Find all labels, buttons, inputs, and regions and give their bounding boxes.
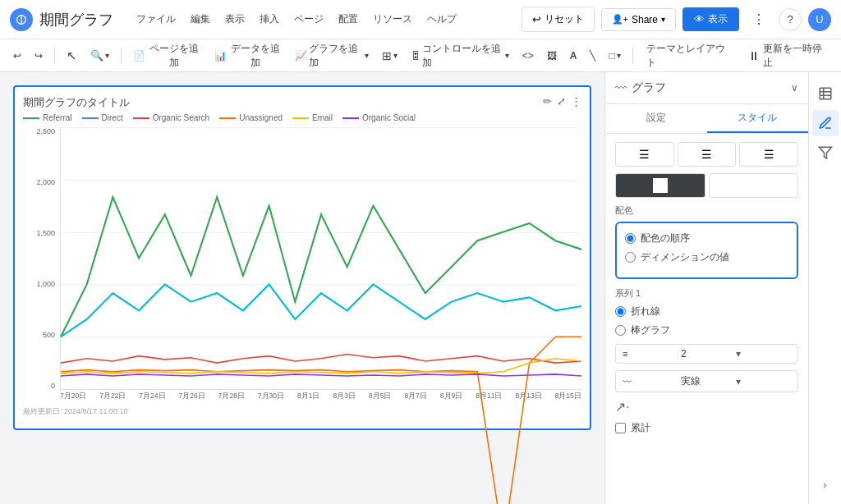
y-label-500: 500 <box>43 331 55 339</box>
canvas-area[interactable]: 期間グラフのタイトル ✏ ⤢ ⋮ Referral Direct <box>0 72 604 504</box>
x-label-10: 8月9日 <box>440 392 462 401</box>
view-button[interactable]: 👁 表示 <box>682 7 739 31</box>
properties-panel-button[interactable] <box>812 110 839 136</box>
x-label-5: 7月30日 <box>258 392 284 401</box>
menu-edit[interactable]: 編集 <box>184 9 217 30</box>
x-label-4: 7月28日 <box>218 392 245 401</box>
panel-collapse-button[interactable]: ∨ <box>791 82 798 94</box>
panel-title: グラフ <box>632 80 791 95</box>
legend-unassigned-line <box>219 117 236 119</box>
toolbar-sep-3 <box>632 48 633 64</box>
y-label-2500: 2,500 <box>36 127 55 135</box>
edit-chart-icon[interactable]: ✏ <box>543 95 552 108</box>
series-line-style-dropdown[interactable]: 〰 実線 ▾ <box>615 370 798 392</box>
add-component-dropdown[interactable]: ⊞▾ <box>377 46 402 66</box>
svg-rect-2 <box>820 88 831 99</box>
x-label-1: 7月22日 <box>99 392 126 401</box>
color-dimension-radio-row: ディメンションの値 <box>625 250 788 264</box>
main-content: 期間グラフのタイトル ✏ ⤢ ⋮ Referral Direct <box>0 72 841 504</box>
color-order-radio[interactable] <box>625 233 636 244</box>
reset-button[interactable]: ↩ リセット <box>522 7 595 32</box>
y-label-2000: 2,000 <box>36 178 55 186</box>
menu-page[interactable]: ページ <box>287 9 330 30</box>
series-header: 系列 1 <box>615 287 798 300</box>
legend-organic-social: Organic Social <box>342 113 416 122</box>
expand-panel-button[interactable]: › <box>812 471 839 497</box>
style-filled-button[interactable] <box>615 173 705 198</box>
undo-button[interactable]: ↩ <box>8 47 26 65</box>
color-dimension-radio[interactable] <box>625 252 636 263</box>
chart-area: 2,500 2,000 1,500 1,000 500 0 <box>23 127 581 390</box>
icon-panel: › <box>808 72 841 504</box>
filter-panel-button[interactable] <box>812 140 839 166</box>
accumulate-row: 累計 <box>615 421 798 435</box>
menu-arrange[interactable]: 配置 <box>332 9 365 30</box>
theme-layout-button[interactable]: テーマとレイアウト <box>640 39 735 73</box>
style-outline-button[interactable] <box>709 173 799 198</box>
axis-dropdown-icon: ≡ <box>623 349 678 359</box>
data-panel-button[interactable] <box>812 80 839 107</box>
trend-button[interactable]: ↗· <box>615 399 629 415</box>
line-style-dropdown-value: 実線 <box>681 374 736 388</box>
legend-email: Email <box>292 113 333 122</box>
topbar: 期間グラフ ファイル 編集 表示 挿入 ページ 配置 リソース ヘルプ ↩ リセ… <box>0 0 841 39</box>
menu-file[interactable]: ファイル <box>130 9 182 30</box>
chart-header: 期間グラフのタイトル ✏ ⤢ ⋮ <box>23 95 581 110</box>
share-button[interactable]: 👤+ Share ▾ <box>601 8 676 31</box>
shape-dropdown[interactable]: □▾ <box>604 47 625 65</box>
expand-chart-icon[interactable]: ⤢ <box>557 95 566 108</box>
y-label-0: 0 <box>51 382 55 390</box>
legend-email-line <box>292 117 309 119</box>
legend-unassigned: Unassigned <box>219 113 283 122</box>
series-bar-radio[interactable] <box>615 325 626 336</box>
help-button[interactable]: ? <box>779 8 802 31</box>
legend-direct-line <box>82 117 99 119</box>
menu-bar: ファイル 編集 表示 挿入 ページ 配置 リソース ヘルプ <box>130 9 463 30</box>
menu-view[interactable]: 表示 <box>218 9 251 30</box>
tab-style[interactable]: スタイル <box>707 104 809 133</box>
style-row <box>615 173 798 198</box>
add-graph-dropdown[interactable]: 📈 グラフを追加 ▾ <box>290 39 373 73</box>
user-avatar[interactable]: U <box>808 8 831 31</box>
line-button[interactable]: ╲ <box>585 47 600 65</box>
panel-tabs: 設定 スタイル <box>605 104 808 134</box>
menu-resources[interactable]: リソース <box>366 9 419 30</box>
tab-settings[interactable]: 設定 <box>605 104 707 133</box>
x-label-13: 8月15日 <box>555 392 581 401</box>
chart-title: 期間グラフのタイトル <box>23 95 130 110</box>
code-button[interactable]: <> <box>517 47 539 65</box>
add-data-button[interactable]: 📊 データを追加 <box>209 39 287 73</box>
menu-help[interactable]: ヘルプ <box>420 9 463 30</box>
organic-social-line <box>61 374 581 376</box>
cursor-tool[interactable]: ↖ <box>62 45 82 66</box>
y-label-1500: 1,500 <box>36 229 55 237</box>
more-chart-icon[interactable]: ⋮ <box>571 95 581 108</box>
x-label-0: 7月20日 <box>60 392 86 401</box>
legend-organic-search-line <box>133 117 149 119</box>
align-right-button[interactable]: ☰ <box>739 142 798 167</box>
text-button[interactable]: A <box>565 47 582 65</box>
redo-button[interactable]: ↪ <box>30 47 48 65</box>
stop-update-button[interactable]: ⏸ 更新を一時停止 <box>742 39 833 73</box>
series-axis-dropdown[interactable]: ≡ 2 ▾ <box>615 344 798 364</box>
image-button[interactable]: 🖼 <box>542 47 562 65</box>
topbar-actions: ↩ リセット 👤+ Share ▾ 👁 表示 ⋮ ? U <box>522 7 831 32</box>
toolbar-sep-1 <box>54 48 55 64</box>
add-control-dropdown[interactable]: 🎛 コントロールを追加 ▾ <box>406 39 514 73</box>
line-style-dropdown-chevron: ▾ <box>736 376 791 387</box>
chart-icons: ✏ ⤢ ⋮ <box>543 95 581 108</box>
zoom-dropdown[interactable]: 🔍▾ <box>85 46 114 65</box>
accumulate-checkbox[interactable] <box>615 423 626 433</box>
app-title: 期間グラフ <box>39 10 113 30</box>
chart-container[interactable]: 期間グラフのタイトル ✏ ⤢ ⋮ Referral Direct <box>13 85 591 430</box>
axis-dropdown-value: 2 <box>681 348 736 360</box>
menu-insert[interactable]: 挿入 <box>253 9 286 30</box>
color-section: 配色の順序 ディメンションの値 <box>615 222 798 279</box>
direct-line <box>61 284 581 337</box>
align-left-button[interactable]: ☰ <box>615 142 674 167</box>
panel-content: ☰ ☰ ☰ 配色 配色の順序 <box>605 134 808 504</box>
more-options-button[interactable]: ⋮ <box>746 8 772 30</box>
align-center-button[interactable]: ☰ <box>678 142 737 167</box>
series-line-radio[interactable] <box>615 306 626 317</box>
add-page-button[interactable]: 📄 ページを追加 <box>128 39 206 73</box>
